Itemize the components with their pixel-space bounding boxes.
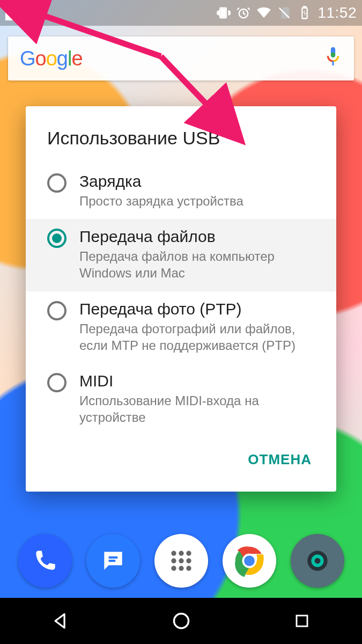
usb-option-charging[interactable]: Зарядка Просто зарядка устройства bbox=[26, 164, 336, 219]
option-title: Передача фото (PTP) bbox=[79, 300, 315, 318]
wifi-icon bbox=[256, 5, 271, 20]
dialog-title: Использование USB bbox=[26, 106, 336, 164]
camera-app-icon[interactable] bbox=[291, 534, 344, 588]
dialog-actions: ОТМЕНА bbox=[26, 435, 336, 486]
no-sim-icon bbox=[277, 5, 292, 20]
svg-point-25 bbox=[174, 614, 188, 628]
svg-point-16 bbox=[171, 566, 176, 570]
svg-rect-6 bbox=[331, 52, 335, 57]
recents-button[interactable] bbox=[291, 610, 313, 632]
option-desc: Передача файлов на компьютер Windows или… bbox=[79, 248, 315, 281]
svg-point-14 bbox=[179, 558, 183, 563]
status-clock: 11:52 bbox=[317, 4, 357, 21]
chrome-app-icon[interactable] bbox=[223, 534, 276, 588]
app-drawer-icon[interactable] bbox=[154, 534, 208, 588]
home-button[interactable] bbox=[171, 610, 192, 632]
svg-point-18 bbox=[186, 566, 191, 570]
dock bbox=[0, 529, 362, 593]
back-button[interactable] bbox=[50, 610, 71, 632]
usb-usage-dialog: Использование USB Зарядка Просто зарядка… bbox=[26, 106, 336, 492]
option-desc: Передача фотографий или файлов, если MTP… bbox=[79, 320, 315, 354]
option-desc: Использование MIDI-входа на устройстве bbox=[79, 392, 315, 426]
google-search-widget[interactable]: Google bbox=[8, 36, 354, 80]
svg-rect-0 bbox=[221, 9, 226, 17]
usb-option-midi[interactable]: MIDI Использование MIDI-входа на устройс… bbox=[26, 363, 336, 435]
usb-option-ptp[interactable]: Передача фото (PTP) Передача фотографий … bbox=[26, 291, 336, 363]
messages-app-icon[interactable] bbox=[86, 534, 140, 588]
svg-point-13 bbox=[171, 558, 176, 563]
option-desc: Просто зарядка устройства bbox=[79, 193, 243, 209]
status-bar: 11:52 bbox=[0, 0, 362, 26]
google-logo: Google bbox=[20, 47, 83, 70]
radio-unchecked-icon bbox=[47, 373, 67, 392]
option-title: MIDI bbox=[79, 372, 315, 390]
svg-point-15 bbox=[186, 558, 191, 563]
svg-point-12 bbox=[186, 551, 191, 555]
radio-checked-icon bbox=[47, 229, 67, 248]
cancel-button[interactable]: ОТМЕНА bbox=[238, 445, 321, 474]
radio-unchecked-icon bbox=[47, 301, 67, 320]
android-nav-bar bbox=[0, 598, 362, 644]
svg-point-17 bbox=[179, 566, 183, 570]
svg-point-11 bbox=[179, 551, 183, 555]
svg-rect-26 bbox=[297, 616, 307, 626]
svg-point-10 bbox=[171, 551, 176, 555]
alarm-icon bbox=[236, 5, 251, 20]
radio-unchecked-icon bbox=[47, 173, 67, 193]
battery-charging-icon bbox=[297, 5, 312, 20]
svg-rect-4 bbox=[304, 6, 306, 8]
phone-app-icon[interactable] bbox=[18, 534, 72, 588]
usb-notification-icon[interactable] bbox=[5, 4, 21, 20]
svg-point-24 bbox=[314, 558, 320, 564]
option-title: Передача файлов bbox=[79, 228, 315, 246]
option-title: Зарядка bbox=[79, 172, 243, 191]
vibrate-icon bbox=[216, 5, 231, 20]
mic-icon[interactable] bbox=[324, 46, 342, 71]
usb-option-file-transfer[interactable]: Передача файлов Передача файлов на компь… bbox=[26, 219, 336, 291]
